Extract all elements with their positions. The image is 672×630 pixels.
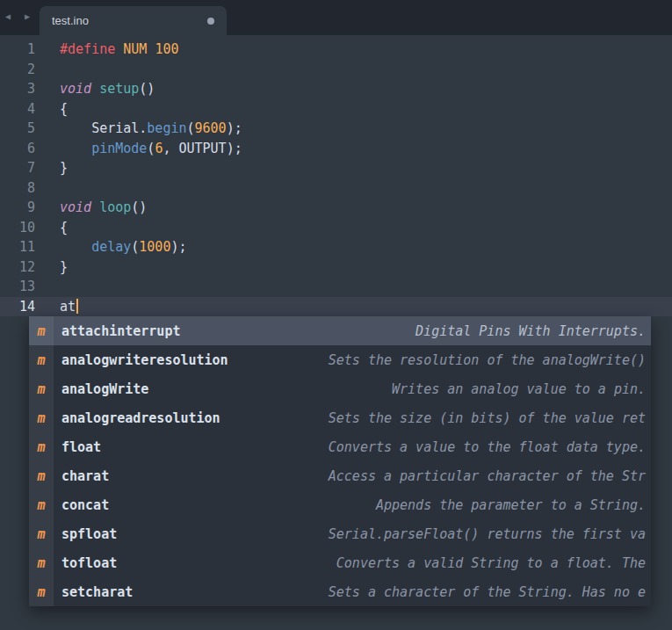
completion-label: concat (61, 497, 109, 513)
code-line-5[interactable]: 5 Serial.begin(9600); (0, 119, 672, 139)
code-line-6[interactable]: 6 pinMode(6, OUTPUT); (0, 139, 672, 159)
completion-label: analogreadresolution (61, 410, 220, 426)
completion-item-concat[interactable]: mconcatAppends the parameter to a String… (29, 490, 651, 519)
code-text: #define NUM 100 (60, 40, 178, 60)
completion-kind-icon: m (29, 577, 54, 606)
code-text: Serial.begin(9600); (60, 119, 242, 139)
code-editor[interactable]: 1#define NUM 10023void setup()4{5 Serial… (0, 35, 672, 630)
text-caret (76, 299, 78, 314)
line-number: 6 (0, 139, 35, 159)
code-line-12[interactable]: 12} (0, 257, 672, 278)
completion-annotation: Converts a value to the float data type. (316, 439, 651, 455)
line-number: 2 (0, 60, 35, 80)
code-line-1[interactable]: 1#define NUM 100 (0, 40, 672, 60)
completion-item-charat[interactable]: mcharatAccess a particular character of … (29, 461, 651, 490)
completion-label: tofloat (61, 555, 117, 571)
line-number: 8 (0, 178, 35, 199)
completion-label: attachinterrupt (61, 323, 180, 339)
code-text: void setup() (60, 79, 155, 99)
code-line-9[interactable]: 9void loop() (0, 198, 672, 218)
completion-kind-icon: m (29, 432, 54, 461)
editor-window: ◀ ▶ test.ino 1#define NUM 10023void setu… (0, 0, 672, 630)
completion-annotation: Writes an analog value to a pin. (379, 381, 651, 397)
completion-label: spfloat (61, 526, 117, 542)
completion-item-float[interactable]: mfloatConverts a value to the float data… (29, 432, 651, 461)
completion-annotation: Converts a valid String to a float. The (324, 555, 651, 571)
completion-item-spfloat[interactable]: mspfloatSerial.parseFloat() returns the … (29, 519, 651, 548)
completion-item-setcharat[interactable]: msetcharatSets a character of the String… (29, 577, 651, 606)
completion-kind-icon: m (29, 403, 54, 432)
code-text: pinMode(6, OUTPUT); (60, 139, 242, 159)
completion-kind-icon: m (29, 461, 54, 490)
completion-label: analogWrite (61, 381, 148, 397)
line-number: 9 (0, 198, 35, 218)
tab-scroll-right-icon[interactable]: ▶ (25, 11, 34, 21)
code-text: delay(1000); (60, 237, 187, 257)
tab-scroll-left-icon[interactable]: ◀ (5, 11, 15, 21)
code-text: { (60, 218, 68, 238)
completion-item-analogreadresolution[interactable]: manalogreadresolutionSets the size (in b… (29, 403, 651, 432)
code-text: } (60, 257, 68, 278)
line-number: 3 (0, 79, 35, 99)
modified-indicator-icon[interactable] (207, 18, 214, 25)
code-line-14[interactable]: 14at (0, 297, 672, 317)
code-line-13[interactable]: 13 (0, 277, 672, 297)
code-line-2[interactable]: 2 (0, 60, 672, 80)
code-line-4[interactable]: 4{ (0, 99, 672, 119)
line-number: 12 (0, 257, 35, 278)
tab-title: test.ino (52, 14, 89, 27)
completion-item-analogWrite[interactable]: manalogWriteWrites an analog value to a … (29, 374, 651, 403)
line-number: 11 (0, 237, 35, 257)
completion-kind-icon: m (29, 548, 54, 577)
completion-annotation: Sets the size (in bits) of the value ret (316, 410, 651, 426)
line-number: 7 (0, 158, 35, 178)
completion-kind-icon: m (29, 345, 54, 374)
completion-kind-icon: m (29, 519, 54, 548)
line-number: 5 (0, 119, 35, 139)
tab-bar: ◀ ▶ test.ino (0, 0, 672, 35)
code-line-11[interactable]: 11 delay(1000); (0, 237, 672, 257)
completion-annotation: Sets a character of the String. Has no e (316, 584, 651, 600)
completion-annotation: Serial.parseFloat() returns the first va (316, 526, 651, 542)
line-number: 14 (0, 297, 35, 317)
code-text: void loop() (60, 198, 147, 218)
completion-kind-icon: m (29, 316, 54, 345)
code-line-10[interactable]: 10{ (0, 218, 672, 238)
completion-annotation: Sets the resolution of the analogWrite() (316, 352, 651, 368)
line-number: 4 (0, 99, 35, 119)
tab-test-ino[interactable]: test.ino (40, 6, 227, 35)
code-text: { (60, 99, 68, 119)
code-line-3[interactable]: 3void setup() (0, 79, 672, 99)
completion-kind-icon: m (29, 374, 54, 403)
completion-item-analogwriteresolution[interactable]: manalogwriteresolutionSets the resolutio… (29, 345, 651, 374)
tab-scroll-arrows: ◀ ▶ (5, 11, 34, 21)
code-line-8[interactable]: 8 (0, 178, 672, 199)
completion-annotation: Appends the parameter to a String. (364, 497, 651, 513)
completion-item-tofloat[interactable]: mtofloatConverts a valid String to a flo… (29, 548, 651, 577)
code-text: } (60, 158, 68, 178)
completion-label: setcharat (61, 584, 133, 600)
autocomplete-popup: mattachinterruptDigital Pins With Interr… (29, 316, 651, 606)
completion-annotation: Access a particular character of the Str (316, 468, 651, 484)
completion-label: analogwriteresolution (61, 352, 228, 368)
code-lines: 1#define NUM 10023void setup()4{5 Serial… (0, 35, 672, 316)
completion-item-attachinterrupt[interactable]: mattachinterruptDigital Pins With Interr… (29, 316, 651, 345)
completion-label: float (61, 439, 101, 455)
line-number: 13 (0, 277, 35, 297)
completion-label: charat (61, 468, 109, 484)
line-number: 1 (0, 40, 35, 60)
code-text: at (60, 297, 78, 317)
line-number: 10 (0, 218, 35, 238)
completion-annotation: Digital Pins With Interrupts. (403, 323, 651, 339)
code-line-7[interactable]: 7} (0, 158, 672, 178)
completion-kind-icon: m (29, 490, 54, 519)
